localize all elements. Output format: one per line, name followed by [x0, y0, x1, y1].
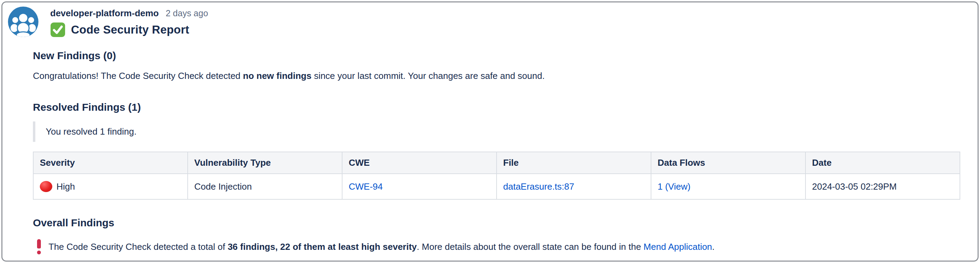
resolved-findings-quote: You resolved 1 finding. — [33, 122, 960, 142]
green-check-icon — [50, 22, 65, 37]
new-findings-heading: New Findings (0) — [33, 50, 960, 62]
col-header-vulnerability-type: Vulnerability Type — [188, 152, 342, 174]
cwe-cell: CWE-94 — [342, 174, 496, 199]
resolved-findings-heading: Resolved Findings (1) — [33, 101, 960, 113]
red-circle-icon — [40, 181, 52, 192]
file-cell: dataErasure.ts:87 — [496, 174, 651, 199]
col-header-data-flows: Data Flows — [651, 152, 805, 174]
new-findings-text-before: Congratulations! The Code Security Check… — [33, 71, 243, 81]
overall-text-bold: 36 findings, 22 of them at least high se… — [228, 242, 417, 252]
overall-text-before: The Code Security Check detected a total… — [48, 242, 228, 252]
overall-findings-heading: Overall Findings — [33, 217, 960, 229]
new-findings-text: Congratulations! The Code Security Check… — [33, 71, 960, 81]
date-cell: 2024-03-05 02:29PM — [805, 174, 960, 199]
cwe-link[interactable]: CWE-94 — [349, 181, 383, 192]
comment-timestamp: 2 days ago — [166, 8, 208, 18]
overall-findings-text: The Code Security Check detected a total… — [48, 242, 715, 252]
table-row: High Code Injection CWE-94 dataErasure.t… — [33, 174, 960, 199]
col-header-file: File — [496, 152, 651, 174]
overall-findings-line: The Code Security Check detected a total… — [33, 239, 960, 254]
author-name[interactable]: developer-platform-demo — [50, 8, 159, 19]
report-title-text: Code Security Report — [71, 23, 189, 36]
severity-value: High — [56, 181, 75, 192]
col-header-severity: Severity — [33, 152, 188, 174]
resolved-findings-table: Severity Vulnerability Type CWE File Dat… — [33, 152, 960, 200]
data-flows-link[interactable]: 1 (View) — [658, 181, 690, 192]
red-exclamation-icon — [37, 239, 41, 254]
byline: developer-platform-demo 2 days ago — [50, 8, 208, 19]
new-findings-text-bold: no new findings — [243, 71, 312, 81]
report-body: New Findings (0) Congratulations! The Co… — [33, 50, 960, 261]
mend-application-link[interactable]: Mend Application — [643, 242, 712, 252]
new-findings-text-after: since your last commit. Your changes are… — [311, 71, 545, 81]
overall-text-after: . — [712, 242, 714, 252]
data-flows-cell: 1 (View) — [651, 174, 805, 199]
severity-cell: High — [33, 174, 188, 199]
col-header-date: Date — [805, 152, 960, 174]
comment-header-text: developer-platform-demo 2 days ago Code … — [50, 6, 208, 37]
code-security-report-card: developer-platform-demo 2 days ago Code … — [2, 2, 978, 261]
overall-text-middle: . More details about the overall state c… — [417, 242, 644, 252]
col-header-cwe: CWE — [342, 152, 496, 174]
report-title: Code Security Report — [50, 22, 208, 37]
resolved-findings-quote-text: You resolved 1 finding. — [46, 126, 137, 137]
team-avatar-icon[interactable] — [8, 6, 38, 37]
file-link[interactable]: dataErasure.ts:87 — [503, 181, 574, 192]
vulnerability-type-cell: Code Injection — [188, 174, 342, 199]
comment-header: developer-platform-demo 2 days ago Code … — [2, 2, 978, 37]
table-header-row: Severity Vulnerability Type CWE File Dat… — [33, 152, 960, 174]
